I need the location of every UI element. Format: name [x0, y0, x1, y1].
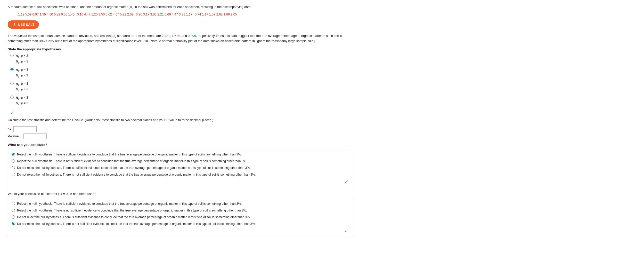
hypothesis-option-4: H0: μ ≠ 3 Ha: μ = 3 — [10, 95, 353, 106]
alpha-option-1: Reject the null hypothesis. There is suf… — [12, 201, 349, 206]
t-input[interactable] — [13, 126, 37, 132]
h0-3: H0: μ = 3 — [16, 81, 28, 87]
alpha-radio-2[interactable] — [12, 209, 15, 212]
calc-section: Calculate the test statistic and determi… — [8, 117, 353, 139]
hypothesis-option-1: H0: μ ≠ 3 Ha: μ < 3 — [10, 53, 353, 65]
alpha-conclude-section: Reject the null hypothesis. There is suf… — [8, 198, 353, 237]
alpha-radio-3[interactable] — [12, 215, 15, 219]
use-salt-label: USE SALT — [18, 23, 34, 27]
hypothesis-text-1: H0: μ ≠ 3 Ha: μ < 3 — [16, 53, 28, 65]
alpha-option-3: Do not reject the null hypothesis. There… — [12, 215, 349, 219]
pvalue-input[interactable] — [23, 134, 47, 139]
conclude-option-4: Do not reject the null hypothesis. There… — [12, 172, 349, 177]
conclude-label: What can you conclude? — [8, 143, 353, 147]
alpha-option-4: Do not reject the null hypothesis. There… — [12, 222, 349, 226]
alpha-checkmark: ✓ — [12, 228, 349, 234]
hypothesis-radio-4[interactable] — [10, 96, 14, 99]
ha-3: Ha: μ > 3 — [16, 87, 28, 92]
conclude-radio-2[interactable] — [12, 159, 15, 163]
alpha-radio-4[interactable] — [12, 222, 15, 225]
conclude-radio-3[interactable] — [12, 166, 15, 169]
mean-value: 2.481 — [162, 34, 170, 38]
alpha-text-2: Reject the null hypothesis. There is not… — [17, 208, 247, 213]
hypothesis-checkmark: ✓ — [10, 110, 353, 115]
data-row-3: 3.96 3.17 3.03 2.21 0.69 4.47 3.31 1.17 — [136, 12, 192, 18]
conclude-radio-1[interactable] — [12, 153, 15, 156]
data-row-1: 1.12 5.09 0.97 1.59 4.60 0.32 0.55 1.45 — [18, 12, 75, 18]
conclude-checkmark: ✓ — [12, 179, 349, 185]
alpha-text-3: Do not reject the null hypothesis. There… — [17, 215, 250, 219]
conclude-section: What can you conclude? Reject the null h… — [8, 143, 353, 188]
conclude-option-3: Do not reject the null hypothesis. There… — [12, 166, 349, 170]
calc-label: Calculate the test statistic and determi… — [8, 117, 353, 123]
alpha-radio-1[interactable] — [12, 202, 15, 205]
hypothesis-text-3: H0: μ = 3 Ha: μ > 3 — [16, 81, 28, 92]
alpha-question: Would your conclusion be different if α … — [8, 192, 353, 196]
hypothesis-option-2: H0: μ = 3 Ha: μ ≠ 3 — [10, 67, 353, 79]
hypothesis-option-3: H0: μ = 3 Ha: μ > 3 — [10, 81, 353, 92]
alpha-text-1: Reject the null hypothesis. There is suf… — [17, 201, 242, 206]
ha-2: Ha: μ ≠ 3 — [16, 73, 28, 79]
data-row-4: 0.74 1.17 1.57 2.62 1.66 2.05 — [195, 12, 237, 18]
alpha-text-4: Do not reject the null hypothesis. There… — [17, 222, 256, 226]
t-label: t = — [8, 127, 11, 131]
upload-icon — [12, 22, 17, 27]
pvalue-row: P-value = — [8, 134, 353, 139]
question-block: The values of the sample mean, sample st… — [8, 33, 353, 44]
conclude-text-1: Reject the null hypothesis. There is suf… — [17, 152, 242, 157]
use-salt-button[interactable]: USE SALT — [8, 20, 39, 29]
data-row-2: 0.16 4.47 1.20 3.50 5.02 4.67 5.22 2.69 — [77, 12, 133, 18]
hypothesis-text-2: H0: μ = 3 Ha: μ ≠ 3 — [16, 67, 28, 79]
hypothesis-options: H0: μ ≠ 3 Ha: μ < 3 H0: μ = 3 Ha: μ ≠ 3 … — [10, 53, 353, 106]
h0-4: H0: μ ≠ 3 — [16, 95, 28, 101]
hypothesis-radio-2[interactable] — [10, 68, 14, 71]
t-row: t = — [8, 126, 353, 132]
hypothesis-text-4: H0: μ ≠ 3 Ha: μ = 3 — [16, 95, 28, 106]
conclude-box: Reject the null hypothesis. There is suf… — [8, 149, 353, 188]
se-value: 0.295 — [188, 34, 196, 38]
conclude-option-1: Reject the null hypothesis. There is suf… — [12, 152, 349, 157]
ha-4: Ha: μ = 3 — [16, 100, 28, 106]
alpha-option-2: Reject the null hypothesis. There is not… — [12, 208, 349, 213]
intro-text: A random sample of soil specimens was ob… — [8, 5, 353, 10]
sd-value: 1.614 — [172, 34, 180, 38]
h0-2: H0: μ = 3 — [16, 67, 28, 73]
conclude-text-2: Reject the null hypothesis. There is not… — [17, 159, 247, 163]
ha-1: Ha: μ < 3 — [16, 59, 28, 65]
hypothesis-radio-3[interactable] — [10, 82, 14, 85]
state-hypotheses-label: State the appropriate hypotheses. — [8, 47, 353, 51]
alpha-conclude-box: Reject the null hypothesis. There is suf… — [8, 198, 353, 237]
conclude-option-2: Reject the null hypothesis. There is not… — [12, 159, 349, 163]
data-values: 1.12 5.09 0.97 1.59 4.60 0.32 0.55 1.45 … — [18, 12, 353, 18]
pvalue-label: P-value = — [8, 135, 21, 138]
conclude-text-4: Do not reject the null hypothesis. There… — [17, 172, 256, 177]
hypothesis-radio-1[interactable] — [10, 54, 14, 57]
conclude-text-3: Do not reject the null hypothesis. There… — [17, 166, 250, 170]
h0-1: H0: μ ≠ 3 — [16, 53, 28, 59]
conclude-radio-4[interactable] — [12, 173, 15, 176]
